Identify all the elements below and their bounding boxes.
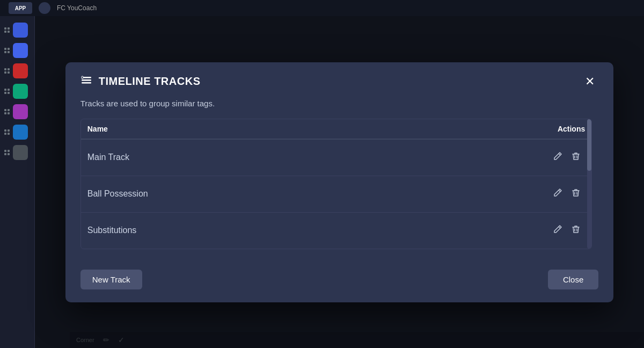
modal-footer: New Track Close [65,260,614,302]
drag-handle-icon [4,68,10,74]
scrollbar-track[interactable] [587,119,591,249]
tracks-table-container: Name Actions Main Track Ball Possession [80,119,592,249]
drag-handle-icon [4,109,10,114]
svg-rect-1 [82,79,91,81]
sidebar-dot-blue [13,23,28,38]
modal-title: TIMELINE TRACKS [99,75,201,88]
sidebar-dot-blue3 [13,125,28,140]
delete-track-button[interactable] [567,149,585,166]
sidebar [0,16,35,348]
drag-handle-icon [4,48,10,53]
app-icon [39,2,50,14]
actions-column-header: Actions [386,119,591,139]
table-row: Ball Possession [81,176,592,212]
track-name-cell: Substitutions [81,212,386,249]
track-actions-cell [386,212,591,249]
sidebar-item-2 [4,63,30,78]
track-actions-cell [386,176,591,212]
top-bar: APP FC YouCoach [0,0,644,16]
sidebar-item-6 [4,145,30,160]
track-name-cell: Ball Possession [81,176,386,212]
sidebar-dot-teal [13,84,28,99]
table-row: Main Track [81,139,592,176]
app-title: FC YouCoach [57,4,97,12]
app-logo: APP [9,2,32,14]
sidebar-item-5 [4,125,30,140]
sidebar-dot-blue2 [13,43,28,58]
drag-handle-icon [4,129,10,135]
edit-track-button[interactable] [548,149,567,166]
sidebar-dot-red [13,63,28,78]
scrollbar-thumb[interactable] [587,119,591,171]
sidebar-item-4 [4,104,30,119]
delete-track-button[interactable] [567,186,585,202]
tracks-icon [80,74,92,89]
modal-close-x-button[interactable]: ✕ [581,73,598,90]
track-actions-cell [386,139,591,176]
table-row: Substitutions [81,212,592,249]
modal-header: TIMELINE TRACKS ✕ [65,62,614,99]
modal-overlay: TIMELINE TRACKS ✕ Tracks are used to gro… [35,16,644,348]
sidebar-item-3 [4,84,30,99]
delete-track-button[interactable] [567,222,585,239]
drag-handle-icon [4,89,10,94]
track-name-cell: Main Track [81,139,386,176]
edit-track-button[interactable] [548,222,567,239]
sidebar-dot-purple [13,104,28,119]
modal-description: Tracks are used to group similar tags. [80,99,599,108]
modal-body: Tracks are used to group similar tags. N… [65,99,614,260]
name-column-header: Name [81,119,386,139]
modal-title-row: TIMELINE TRACKS [80,74,201,89]
sidebar-dot-gray [13,145,28,160]
drag-handle-icon [4,150,10,155]
edit-track-button[interactable] [548,186,567,202]
main-content: Corner ✏ ✓ [35,16,644,348]
sidebar-item-mat [4,23,30,38]
svg-rect-2 [82,82,91,84]
tracks-table: Name Actions Main Track Ball Possession [81,119,592,249]
close-button[interactable]: Close [548,270,598,289]
table-header-row: Name Actions [81,119,592,139]
new-track-button[interactable]: New Track [80,270,142,289]
sidebar-item-1 [4,43,30,58]
timeline-tracks-modal: TIMELINE TRACKS ✕ Tracks are used to gro… [65,62,614,302]
drag-handle-icon [4,27,10,33]
